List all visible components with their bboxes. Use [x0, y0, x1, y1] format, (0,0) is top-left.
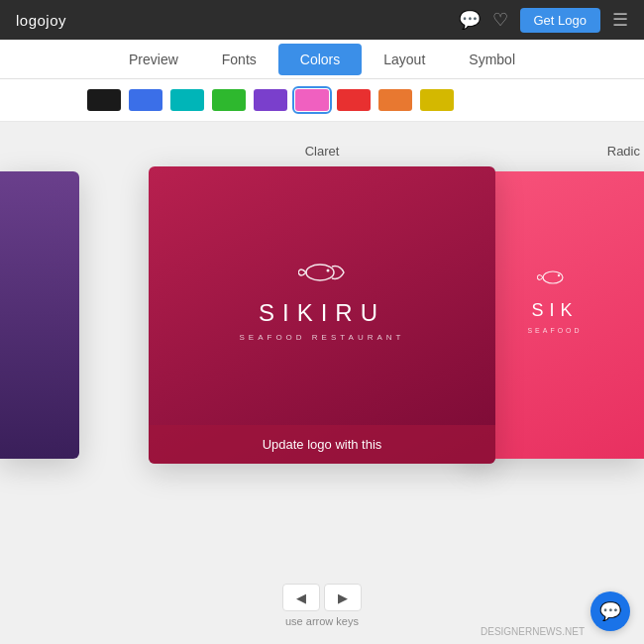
tab-fonts[interactable]: Fonts: [200, 44, 278, 75]
arrow-controls: ◀ ▶ use arrow keys: [282, 584, 362, 627]
tab-preview[interactable]: Preview: [107, 44, 200, 75]
swatch-black[interactable]: [87, 89, 121, 111]
tab-symbol[interactable]: Symbol: [447, 44, 537, 75]
header-actions: 💬 ♡ Get Logo ☰: [459, 8, 629, 33]
svg-point-0: [306, 265, 334, 280]
right-logo-subtitle: SEAFOOD: [527, 327, 582, 334]
main-content: Claret Radic SIKIRU SEAFOOD RESTAURANT: [0, 122, 644, 644]
right-logo-name: SIK: [531, 300, 578, 321]
carousel: Claret Radic SIKIRU SEAFOOD RESTAURANT: [0, 122, 644, 644]
chat-widget-button[interactable]: 💬: [590, 591, 630, 631]
svg-point-3: [558, 274, 560, 276]
swatch-yellow[interactable]: [420, 89, 454, 111]
arrow-hint: use arrow keys: [285, 615, 359, 627]
swatch-teal[interactable]: [170, 89, 204, 111]
center-card[interactable]: SIKIRU SEAFOOD RESTAURANT Update logo wi…: [149, 166, 495, 464]
arrow-buttons: ◀ ▶: [282, 584, 362, 611]
tab-layout[interactable]: Layout: [362, 44, 447, 75]
svg-point-2: [543, 271, 563, 283]
tab-colors[interactable]: Colors: [278, 44, 362, 75]
update-logo-button[interactable]: Update logo with this: [149, 425, 495, 464]
right-logo-symbol: [537, 267, 573, 294]
chat-widget-icon: 💬: [599, 600, 621, 622]
swatch-orange[interactable]: [378, 89, 412, 111]
right-logo-area: SIK SEAFOOD: [527, 267, 582, 334]
swatch-pink[interactable]: [295, 89, 329, 111]
swatch-purple[interactable]: [254, 89, 287, 111]
svg-point-1: [326, 269, 329, 272]
swatch-blue[interactable]: [129, 89, 162, 111]
chat-icon[interactable]: 💬: [459, 9, 481, 31]
header: logojoy 💬 ♡ Get Logo ☰: [0, 0, 644, 40]
center-card-label: Claret: [305, 144, 340, 159]
left-card[interactable]: [0, 171, 79, 459]
center-logo-symbol: [298, 259, 346, 293]
heart-icon[interactable]: ♡: [492, 9, 508, 31]
watermark: DESIGNERNEWS.NET: [481, 626, 585, 637]
get-logo-button[interactable]: Get Logo: [520, 8, 601, 33]
menu-icon[interactable]: ☰: [612, 9, 628, 31]
swatches-bar: [0, 79, 644, 122]
right-card-label: Radic: [607, 144, 640, 159]
center-logo-subtitle: SEAFOOD RESTAURANT: [240, 333, 405, 342]
nav-tabs: Preview Fonts Colors Layout Symbol: [0, 40, 644, 79]
prev-arrow-button[interactable]: ◀: [282, 584, 320, 611]
app-logo: logojoy: [16, 12, 66, 29]
center-logo-area: SIKIRU SEAFOOD RESTAURANT: [240, 259, 405, 342]
center-logo-name: SIKIRU: [259, 299, 385, 327]
swatch-green[interactable]: [212, 89, 246, 111]
swatch-red[interactable]: [337, 89, 371, 111]
next-arrow-button[interactable]: ▶: [324, 584, 362, 611]
